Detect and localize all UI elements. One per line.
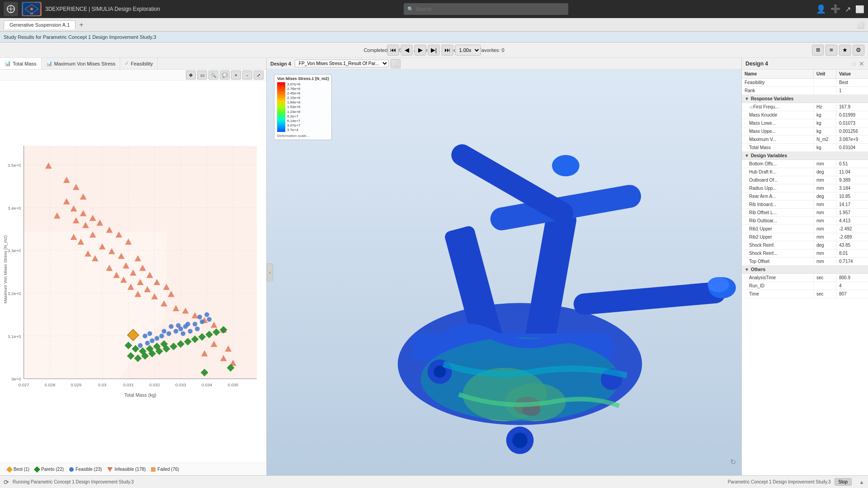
table-row[interactable]: Outboard Of... mm 9.389	[742, 176, 868, 184]
step-forward-button[interactable]: ▶|	[428, 45, 440, 56]
add-icon[interactable]: ➕	[830, 4, 840, 14]
scatter-plot-area[interactable]: 3e+0 3.1e+0 3.2e+0 3.3e+0 3.4e+0 3.5e+0 …	[0, 81, 266, 463]
tab-add-button[interactable]: +	[77, 21, 85, 29]
svg-text:Total Mass (kg): Total Mass (kg)	[124, 392, 156, 398]
speed-select[interactable]: 1.00x 0.5x 2.0x	[455, 45, 481, 56]
max-von-mises-header[interactable]: 📊 Maximum Von Mises Stress	[42, 58, 121, 69]
svg-text:0.034: 0.034	[202, 382, 212, 387]
viewer-header: Design 4 FP_Von Mises Stress.1_Result Of…	[267, 58, 741, 70]
share-icon[interactable]: ↗	[845, 5, 851, 14]
add-point-tool[interactable]: +	[231, 70, 241, 80]
controls-bar: Completed: 300/300 Active: 300 Selected:…	[0, 42, 868, 58]
minus-tool[interactable]: -	[242, 70, 252, 80]
table-row[interactable]: Time sec 807	[742, 290, 868, 298]
svg-point-150	[552, 155, 580, 176]
design-details-panel: Design 4 ☆ ✕ Name Unit Value Feasibility…	[741, 58, 868, 475]
plot-toolbar: ✥ ▭ 🔍 💬 + - ⤢	[0, 70, 266, 81]
table-row[interactable]: Rib1 Upper mm -2.492	[742, 225, 868, 233]
study-bar: Study Results for Parametric Concept 1 D…	[0, 32, 868, 42]
table-header: Name Unit Value	[742, 70, 868, 79]
table-row[interactable]: Rib Outboar... mm 4.413	[742, 217, 868, 225]
svg-point-94	[143, 333, 148, 338]
others-section[interactable]: ▼ Others	[742, 266, 868, 274]
svg-text:0.027: 0.027	[19, 382, 29, 387]
table-row[interactable]: Bottom Offs... mm 0.51	[742, 160, 868, 168]
table-row[interactable]: Radius Upp... mm 3.184	[742, 184, 868, 192]
svg-text:0.035: 0.035	[228, 382, 239, 387]
svg-point-4	[30, 8, 33, 10]
search-bar[interactable]: 🔍	[404, 3, 568, 15]
table-row[interactable]: Rank 1	[742, 87, 868, 95]
col-value-header: Value	[836, 70, 868, 78]
svg-point-92	[145, 341, 150, 346]
table-row[interactable]: Top Offset mm 0.7174	[742, 258, 868, 266]
table-row[interactable]: Mass Uppe... kg 0.001256	[742, 127, 868, 136]
user-icon[interactable]: 👤	[816, 4, 826, 14]
table-row[interactable]: Total Mass kg 0.03104	[742, 144, 868, 152]
select-tool[interactable]: ▭	[197, 70, 207, 80]
compass-logo[interactable]: 3D	[22, 2, 42, 16]
svg-point-112	[197, 314, 202, 319]
table-row[interactable]: Rear Arm A... deg 10.85	[742, 192, 868, 201]
table-row[interactable]: Mass Knuckle kg 0.01999	[742, 111, 868, 119]
step-back-button[interactable]: ◀	[401, 45, 413, 56]
svg-point-111	[207, 317, 212, 322]
stop-button[interactable]: Stop	[835, 478, 852, 486]
expand-tool[interactable]: ⤢	[254, 70, 264, 80]
star-favorite-icon[interactable]: ☆	[851, 60, 857, 67]
svg-point-97	[147, 331, 152, 336]
bottom-bar: ⟳ Running Parametric Concept 1 Design Im…	[0, 475, 868, 488]
skip-end-button[interactable]: ⏭	[442, 45, 453, 56]
svg-point-104	[181, 331, 186, 336]
response-variables-section[interactable]: ▼ Response Variables	[742, 95, 868, 103]
main-content: 📊 Total Mass 📊 Maximum Von Mises Stress …	[0, 58, 868, 475]
table-row[interactable]: Shock Reinf... mm 8.01	[742, 249, 868, 258]
spinner-icon: ⟳	[4, 479, 9, 486]
maximize-window-icon[interactable]: ⬜	[857, 21, 864, 28]
search-input[interactable]	[415, 6, 565, 12]
design-variables-section[interactable]: ▼ Design Variables	[742, 152, 868, 160]
table-row[interactable]: Run_ID 4	[742, 282, 868, 290]
play-button[interactable]: ▶	[415, 45, 426, 56]
svg-text:3.4e+0: 3.4e+0	[8, 206, 21, 211]
result-selector[interactable]: FP_Von Mises Stress.1_Result Of Par...	[295, 60, 389, 67]
close-panel-icon[interactable]: ✕	[859, 60, 864, 67]
tab-generative-suspension[interactable]: Generative Suspension A.1	[4, 20, 75, 29]
star-view-button[interactable]: ★	[839, 45, 851, 56]
comment-tool[interactable]: 💬	[220, 70, 230, 80]
table-row[interactable]: Rib Inboard... mm 14.17	[742, 201, 868, 209]
table-row[interactable]: Rib Offset L... mm 1.957	[742, 209, 868, 217]
grid-view-button[interactable]: ⊞	[812, 45, 824, 56]
side-collapse-button[interactable]: ‹	[267, 263, 273, 282]
settings-button[interactable]: ⚙	[853, 45, 864, 56]
table-row[interactable]: Rib2 Upper mm -2.689	[742, 233, 868, 241]
table-row[interactable]: Hub Draft K... deg 11.04	[742, 168, 868, 176]
viewer-expand[interactable]: ⬜	[391, 59, 401, 68]
table-row[interactable]: Mass Lowe... kg 0.01073	[742, 119, 868, 127]
up-arrow-icon[interactable]: ▲	[859, 479, 864, 485]
scatter-view-button[interactable]: ≡	[826, 45, 837, 56]
table-row[interactable]: Feasibility Best	[742, 79, 868, 87]
svg-point-100	[162, 329, 167, 334]
svg-text:0.032: 0.032	[149, 382, 160, 387]
right-table-body: Feasibility Best Rank 1 ▼ Response Varia…	[742, 79, 868, 475]
table-row[interactable]: Maximum V... N_m2 3.087e+9	[742, 136, 868, 144]
svg-point-144	[708, 277, 729, 292]
feasibility-header[interactable]: ✓ Feasibility	[120, 58, 158, 69]
svg-text:0.033: 0.033	[175, 382, 186, 387]
skip-start-button[interactable]: ⏮	[387, 45, 399, 56]
app-title: 3DEXPERIENCE | SIMULIA Design Exploratio…	[45, 6, 160, 12]
maximize-icon[interactable]: ⬜	[855, 5, 864, 14]
svg-point-105	[188, 329, 193, 334]
move-tool[interactable]: ✥	[186, 70, 196, 80]
svg-text:0.028: 0.028	[45, 382, 56, 387]
table-row[interactable]: Shock Reinf. deg 43.85	[742, 241, 868, 249]
total-mass-header[interactable]: 📊 Total Mass	[0, 58, 42, 69]
zoom-tool[interactable]: 🔍	[208, 70, 218, 80]
table-row[interactable]: ◁ First Frequ... Hz 167.9	[742, 103, 868, 111]
viewer-body[interactable]: ‹ Von Mises Stress.1 (N_m2) 3.07e+8 2.76…	[267, 70, 741, 475]
svg-text:3D: 3D	[30, 12, 33, 15]
chart-icon-2: 📊	[46, 61, 52, 66]
table-row[interactable]: AnalysisTime sec 800.9	[742, 274, 868, 282]
3d-viewer-panel: Design 4 FP_Von Mises Stress.1_Result Of…	[267, 58, 741, 475]
